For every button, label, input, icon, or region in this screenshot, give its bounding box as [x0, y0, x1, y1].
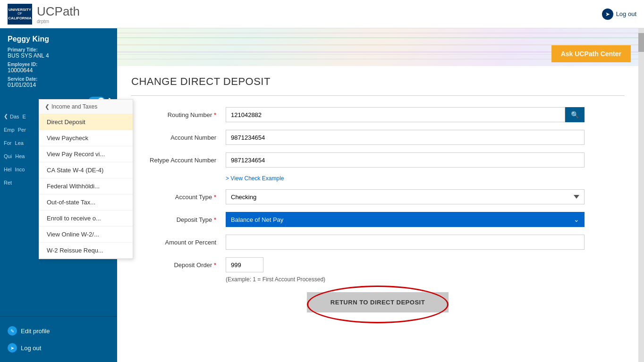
account-number-row: Account Number — [131, 130, 624, 145]
dropdown-item-enroll-receive[interactable]: Enroll to receive o... — [39, 210, 133, 227]
routing-number-input[interactable] — [226, 107, 565, 122]
retype-account-input[interactable] — [226, 152, 585, 168]
header-right: ➤ Log out — [602, 8, 636, 20]
account-number-label: Account Number — [131, 134, 226, 141]
deposit-order-hint: (Example: 1 = First Account Processed) — [226, 276, 624, 283]
dropdown-item-direct-deposit[interactable]: Direct Deposit — [39, 114, 133, 130]
deposit-order-required: * — [214, 261, 216, 269]
dropdown-item-view-online-w2[interactable]: View Online W-2/... — [39, 227, 133, 243]
main-layout: Peggy King Primary Title: BUS SYS ANL 4 … — [0, 28, 644, 362]
amount-percent-label: Amount or Percent — [131, 239, 226, 246]
scrollbar-thumb[interactable] — [638, 33, 644, 52]
routing-search-button[interactable]: 🔍 — [565, 107, 585, 122]
service-date-label: Service Date: — [8, 76, 110, 82]
user-info: Peggy King Primary Title: BUS SYS ANL 4 … — [0, 28, 117, 95]
logout-icon: ➤ — [602, 8, 613, 20]
retype-account-row: Retype Account Number — [131, 152, 624, 168]
top-header: UNIVERSITY OF CALIFORNIA UCPath drptrn ➤… — [0, 0, 644, 28]
dropdown-item-view-paycheck[interactable]: View Paycheck — [39, 130, 133, 146]
deposit-order-row: Deposit Order * — [131, 257, 624, 272]
routing-number-label: Routing Number * — [131, 111, 226, 118]
banner: Ask UCPath Center — [117, 28, 638, 66]
ask-ucpath-button[interactable]: Ask UCPath Center — [551, 45, 631, 62]
deposit-order-input[interactable] — [226, 257, 263, 272]
sidebar-logout-icon: ➤ — [8, 343, 17, 353]
uc-logo: UNIVERSITY OF CALIFORNIA — [8, 4, 32, 25]
dropdown-item-view-pay-record[interactable]: View Pay Record vi... — [39, 146, 133, 162]
amount-percent-row: Amount or Percent — [131, 235, 624, 250]
deposit-type-select[interactable]: Balance of Net Pay ⌄ — [226, 212, 585, 227]
deposit-type-chevron-icon: ⌄ — [574, 216, 579, 223]
primary-title-label: Primary Title: — [8, 47, 110, 52]
page-content: CHANGE DIRECT DEPOSIT Routing Number * 🔍 — [117, 66, 638, 362]
sidebar-bottom: ✎ Edit profile ➤ Log out — [0, 316, 117, 362]
deposit-order-label: Deposit Order * — [131, 261, 226, 269]
dropdown-header: ❮ Income and Taxes — [39, 100, 133, 114]
divider — [131, 95, 624, 96]
dropdown-item-federal-withholding[interactable]: Federal Withhöldi... — [39, 178, 133, 194]
primary-title-value: BUS SYS ANL 4 — [8, 52, 110, 59]
service-date-value: 01/01/2014 — [8, 82, 110, 88]
account-type-required: * — [214, 194, 216, 201]
routing-required-indicator: * — [214, 111, 216, 118]
retype-account-label: Retype Account Number — [131, 157, 226, 164]
page-title: CHANGE DIRECT DEPOSIT — [131, 76, 624, 88]
amount-percent-input[interactable] — [226, 235, 585, 250]
routing-number-input-area: 🔍 — [226, 107, 585, 122]
view-check-example-link[interactable]: View Check Example — [226, 175, 624, 182]
content-area: Ask UCPath Center CHANGE DIRECT DEPOSIT … — [117, 28, 638, 362]
employee-id-label: Employee ID: — [8, 62, 110, 67]
employee-id-value: 10000644 — [8, 67, 110, 74]
dropdown-item-w2-reissue[interactable]: W-2 Reissue Requ... — [39, 243, 133, 259]
header-logout-button[interactable]: ➤ Log out — [602, 8, 636, 20]
routing-number-row: Routing Number * 🔍 — [131, 107, 624, 122]
deposit-type-label: Deposit Type * — [131, 216, 226, 223]
return-to-direct-deposit-button[interactable]: RETURN TO DIRECT DEPOSIT — [307, 292, 449, 312]
drptrn-label: drptrn — [37, 19, 80, 24]
deposit-type-required: * — [214, 216, 216, 223]
app-title: UCPath — [37, 4, 80, 19]
deposit-type-row: Deposit Type * Balance of Net Pay ⌄ — [131, 212, 624, 227]
return-btn-area: RETURN TO DIRECT DEPOSIT — [131, 292, 624, 312]
scrollbar[interactable] — [638, 28, 644, 362]
logo-area: UNIVERSITY OF CALIFORNIA UCPath drptrn — [8, 4, 80, 25]
account-number-input[interactable] — [226, 130, 585, 145]
edit-profile-button[interactable]: ✎ Edit profile — [8, 322, 110, 339]
account-type-row: Account Type * Checking Savings — [131, 189, 624, 204]
chevron-left-icon: ❮ — [45, 103, 50, 110]
dropdown-menu: ❮ Income and Taxes Direct Deposit View P… — [39, 99, 133, 259]
dropdown-item-out-of-state-tax[interactable]: Out-of-state Tax... — [39, 194, 133, 210]
user-name: Peggy King — [8, 35, 110, 43]
account-type-label: Account Type * — [131, 194, 226, 201]
dropdown-item-ca-state-w4[interactable]: CA State W-4 (DE-4) — [39, 162, 133, 178]
edit-profile-icon: ✎ — [8, 326, 17, 336]
account-type-select[interactable]: Checking Savings — [226, 189, 585, 204]
sidebar-logout-button[interactable]: ➤ Log out — [8, 339, 110, 356]
